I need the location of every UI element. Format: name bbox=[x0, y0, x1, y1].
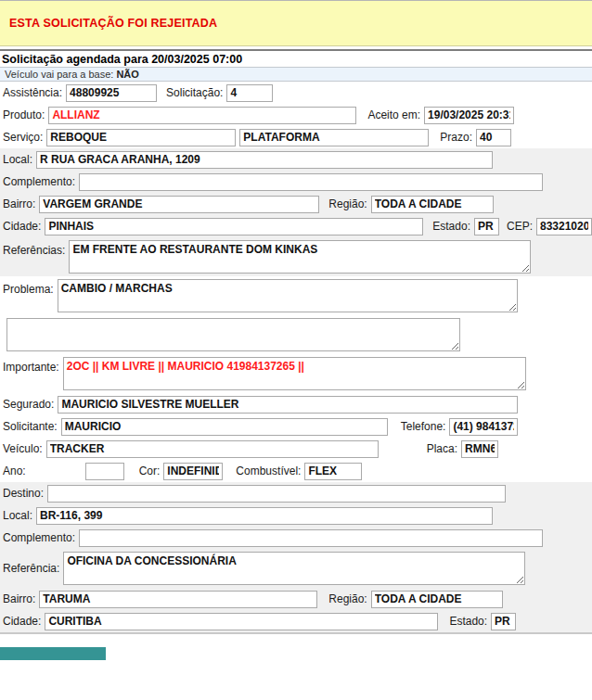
local-destino-label: Local: bbox=[3, 509, 32, 522]
complemento-label: Complemento: bbox=[3, 175, 75, 188]
complemento-destino-label: Complemento: bbox=[3, 531, 75, 544]
estado-destino-label: Estado: bbox=[449, 615, 487, 628]
veiculo-label: Veículo: bbox=[3, 442, 43, 455]
destino-input[interactable] bbox=[47, 485, 506, 503]
section-destination: Destino: Local: Complemento: Referência:… bbox=[0, 482, 592, 634]
local-destino-input[interactable] bbox=[36, 507, 493, 525]
row-problema: Problema: CAMBIO / MARCHAS bbox=[3, 276, 592, 315]
aceito-em-input[interactable] bbox=[424, 107, 514, 124]
prazo-label: Prazo: bbox=[440, 131, 472, 144]
base-info-strip: Veículo vai para a base: NÃO bbox=[0, 67, 592, 82]
row-servico: Serviço: Prazo: bbox=[3, 126, 592, 148]
bairro-label: Bairro: bbox=[3, 197, 35, 210]
referencias-label: Referências: bbox=[3, 240, 65, 257]
rejection-banner: ESTA SOLICITAÇÃO FOI REJEITADA bbox=[0, 1, 592, 46]
row-segurado: Segurado: bbox=[3, 393, 592, 415]
bairro-destino-input[interactable] bbox=[39, 591, 317, 608]
schedule-header: Solicitação agendada para 20/03/2025 07:… bbox=[0, 51, 592, 67]
page-footer bbox=[0, 634, 592, 660]
segurado-label: Segurado: bbox=[3, 398, 54, 411]
row-local: Local: bbox=[3, 148, 592, 171]
solicitante-input[interactable] bbox=[61, 418, 388, 436]
servico-input[interactable] bbox=[46, 129, 236, 146]
solicitacao-input[interactable] bbox=[226, 84, 273, 102]
cidade-label: Cidade: bbox=[3, 220, 41, 233]
solicitacao-label: Solicitação: bbox=[166, 86, 223, 99]
placa-label: Placa: bbox=[427, 442, 457, 455]
segurado-input[interactable] bbox=[58, 396, 518, 414]
section-origin-address: Local: Complemento: Bairro: Região: Cida… bbox=[0, 148, 592, 276]
solicitante-label: Solicitante: bbox=[3, 420, 58, 433]
row-complemento-destino: Complemento: bbox=[3, 527, 592, 549]
estado-input[interactable] bbox=[474, 218, 499, 235]
base-info-label: Veículo vai para a base: bbox=[5, 69, 113, 80]
combustivel-input[interactable] bbox=[304, 463, 362, 480]
cor-input[interactable] bbox=[163, 463, 223, 480]
row-destino: Destino: bbox=[3, 482, 592, 504]
row-referencias: Referências: EM FRENTE AO RESTAURANTE DO… bbox=[3, 237, 592, 276]
referencia-destino-textarea[interactable]: OFICINA DA CONCESSIONÁRIA bbox=[63, 552, 525, 585]
cep-input[interactable] bbox=[536, 218, 592, 235]
cidade-input[interactable] bbox=[45, 218, 423, 235]
local-input[interactable] bbox=[36, 151, 493, 169]
section-request-ids: Assistência: Solicitação: Produto: Aceit… bbox=[0, 82, 592, 148]
assistencia-input[interactable] bbox=[66, 84, 157, 102]
importante-textarea[interactable]: 2OC || KM LIVRE || MAURICIO 41984137265 … bbox=[63, 357, 526, 390]
cep-label: CEP: bbox=[507, 220, 533, 233]
row-complemento: Complemento: bbox=[3, 171, 592, 193]
regiao-destino-label: Região: bbox=[328, 592, 367, 605]
ano-label: Ano: bbox=[3, 465, 26, 477]
bairro-destino-label: Bairro: bbox=[3, 592, 35, 605]
row-solicitante: Solicitante: Telefone: bbox=[3, 415, 592, 438]
referencias-textarea[interactable]: EM FRENTE AO RESTAURANTE DOM KINKAS bbox=[69, 240, 531, 274]
importante-label: Importante: bbox=[3, 357, 59, 374]
aceito-em-label: Aceito em: bbox=[367, 108, 420, 121]
assistencia-label: Assistência: bbox=[3, 86, 62, 99]
combustivel-label: Combustível: bbox=[236, 465, 301, 477]
complemento-destino-input[interactable] bbox=[79, 529, 543, 547]
row-assistencia: Assistência: Solicitação: bbox=[3, 82, 592, 104]
regiao-destino-input[interactable] bbox=[371, 591, 503, 608]
row-produto: Produto: Aceito em: bbox=[3, 104, 592, 126]
estado-destino-input[interactable] bbox=[491, 613, 516, 630]
section-problem-people: Problema: CAMBIO / MARCHAS Importante: 2… bbox=[0, 276, 592, 482]
problema-textarea[interactable]: CAMBIO / MARCHAS bbox=[58, 279, 518, 312]
veiculo-input[interactable] bbox=[46, 440, 379, 458]
cor-label: Cor: bbox=[139, 465, 161, 477]
row-bairro: Bairro: Região: bbox=[3, 193, 592, 215]
observacao-textarea[interactable] bbox=[6, 318, 460, 351]
schedule-header-text: Solicitação agendada para 20/03/2025 07:… bbox=[2, 53, 242, 66]
cidade-destino-label: Cidade: bbox=[3, 615, 41, 628]
local-label: Local: bbox=[3, 153, 32, 166]
servico-label: Serviço: bbox=[3, 131, 43, 144]
problema-label: Problema: bbox=[3, 279, 54, 296]
cidade-destino-input[interactable] bbox=[45, 613, 438, 630]
row-referencia-destino: Referência: OFICINA DA CONCESSIONÁRIA bbox=[3, 549, 592, 588]
produto-input[interactable] bbox=[48, 107, 356, 124]
servico-tipo-input[interactable] bbox=[239, 129, 429, 146]
row-bairro-destino: Bairro: Região: bbox=[3, 588, 592, 610]
row-local-destino: Local: bbox=[3, 504, 592, 527]
base-info-value: NÃO bbox=[116, 69, 138, 80]
telefone-input[interactable] bbox=[449, 418, 518, 436]
row-cidade: Cidade: Estado: CEP: bbox=[3, 215, 592, 237]
prazo-input[interactable] bbox=[476, 129, 511, 146]
placa-input[interactable] bbox=[461, 440, 498, 458]
row-observacao bbox=[3, 315, 592, 354]
regiao-label: Região: bbox=[328, 197, 367, 210]
bairro-input[interactable] bbox=[39, 196, 319, 213]
produto-label: Produto: bbox=[3, 108, 45, 121]
referencia-destino-label: Referência: bbox=[3, 562, 59, 575]
telefone-label: Telefone: bbox=[401, 420, 446, 433]
regiao-input[interactable] bbox=[371, 196, 494, 213]
rejection-banner-text: ESTA SOLICITAÇÃO FOI REJEITADA bbox=[9, 17, 217, 30]
footer-partial-button[interactable] bbox=[0, 647, 106, 660]
ano-input[interactable] bbox=[85, 463, 124, 480]
row-importante: Importante: 2OC || KM LIVRE || MAURICIO … bbox=[3, 354, 592, 393]
row-veiculo: Veículo: Placa: bbox=[3, 438, 592, 460]
complemento-input[interactable] bbox=[79, 173, 543, 191]
row-ano-cor-combustivel: Ano: Cor: Combustível: bbox=[3, 460, 592, 482]
estado-label: Estado: bbox=[432, 220, 470, 233]
row-cidade-destino: Cidade: Estado: bbox=[3, 610, 592, 632]
destino-label: Destino: bbox=[3, 487, 44, 500]
